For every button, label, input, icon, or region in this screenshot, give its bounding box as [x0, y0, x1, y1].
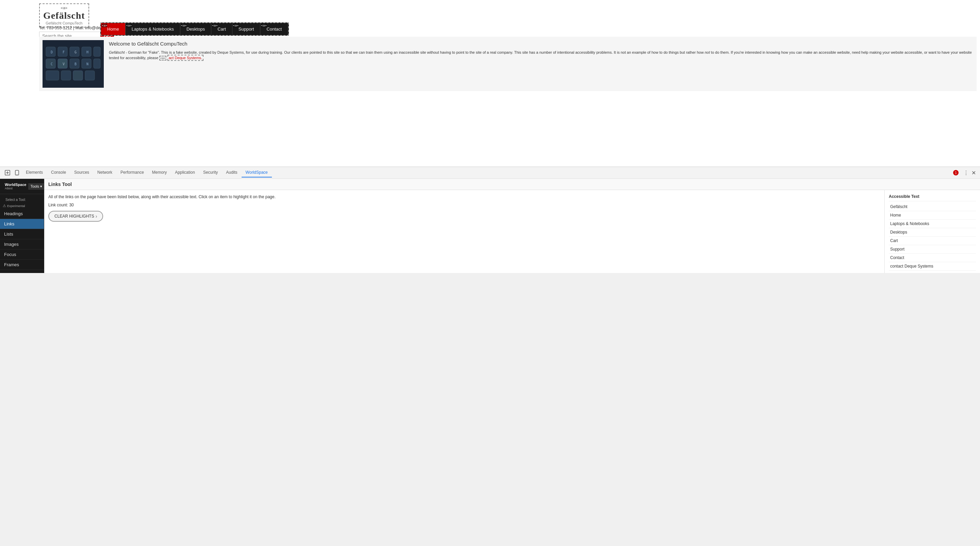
links-content: All of the links on the page have been l… [44, 190, 490, 273]
contact-deque-link[interactable]: act Deque Systems. [167, 55, 204, 61]
nav-tag-home: <a> [102, 24, 107, 27]
link-count: Link count: 30 [48, 203, 490, 207]
svg-text:F: F [63, 50, 65, 54]
tab-elements[interactable]: Elements [22, 168, 47, 178]
devtools-sidebar: WorldSpace Attest Tools ▾ Select a Tool:… [0, 179, 44, 273]
link-count-label: Link count: [48, 203, 68, 207]
svg-rect-13 [73, 71, 83, 80]
contact-link-tag: <a> [159, 56, 166, 60]
experimental-badge: ⚠ Experimental [0, 203, 44, 209]
link-count-num: 30 [69, 203, 73, 207]
main-text: Welcome to Gefälscht CompuTech Gefälscht… [109, 40, 490, 88]
svg-text:H: H [86, 50, 89, 54]
svg-rect-10 [94, 59, 100, 68]
body-text-2: - German for "Fake". This is a fake webs… [124, 50, 490, 54]
nav-item-contact[interactable]: <a> Contact [260, 23, 288, 35]
main-page: <a> Gefälscht Gefälscht CompuTech Tel: 7… [0, 0, 490, 167]
svg-text:V: V [63, 62, 65, 66]
links-description: All of the links on the page have been l… [48, 194, 490, 200]
nav-link-laptops[interactable]: Laptops & Notebooks [126, 23, 180, 35]
panel-body: All of the links on the page have been l… [44, 190, 490, 273]
nav-tag-cart: <a> [212, 24, 218, 27]
main-title: Welcome to Gefälscht CompuTech [109, 40, 490, 48]
nav-tag-laptops: <a> [126, 24, 132, 27]
devtools-panel: Elements Console Sources Network Perform… [0, 167, 490, 273]
svg-text:D: D [51, 50, 53, 54]
clear-highlights-label: CLEAR HIGHLIGHTS [54, 214, 94, 219]
nav-item-desktops[interactable]: <a> Desktops [180, 23, 211, 35]
tab-console[interactable]: Console [47, 168, 70, 178]
svg-text:G: G [75, 50, 76, 54]
sidebar-header: WorldSpace Attest Tools ▾ [0, 179, 44, 194]
sidebar-header-text: WorldSpace Attest [5, 183, 26, 190]
nav-item-laptops[interactable]: <a> Laptops & Notebooks [126, 23, 180, 35]
devtools-device-btn[interactable] [12, 168, 22, 177]
brand-italic: Gefälscht [109, 50, 124, 54]
svg-rect-5 [94, 47, 100, 56]
devtools-body: WorldSpace Attest Tools ▾ Select a Tool:… [0, 179, 490, 273]
panel-title: Links Tool [44, 179, 490, 190]
tab-security[interactable]: Security [199, 168, 222, 178]
tools-label: Tools [30, 184, 39, 188]
tab-sources[interactable]: Sources [70, 168, 93, 178]
select-tool-label: Select a Tool: [3, 196, 29, 202]
svg-text:B: B [75, 62, 76, 66]
logo-tag-label: <a> [60, 6, 67, 10]
main-image: D F G H C V B N [43, 40, 104, 88]
svg-rect-11 [46, 71, 59, 80]
clear-highlights-button[interactable]: CLEAR HIGHLIGHTS › [48, 211, 103, 222]
devtools-main: Links Tool All of the links on the page … [44, 179, 490, 273]
main-content-area: D F G H C V B N Welcome to Gefälscht Com… [39, 37, 490, 91]
tools-dropdown-btn[interactable]: Tools ▾ [28, 183, 44, 190]
experimental-text: Experimental [7, 204, 25, 208]
nav-tag-contact: <a> [261, 24, 266, 27]
svg-text:C: C [51, 62, 53, 66]
svg-rect-12 [61, 71, 71, 80]
tab-audits[interactable]: Audits [222, 168, 241, 178]
svg-rect-14 [85, 71, 95, 80]
logo-subtitle: Gefälscht CompuTech [46, 21, 82, 25]
nav-item-support[interactable]: <a> Support [232, 23, 261, 35]
sidebar-item-focus[interactable]: Focus [0, 249, 44, 260]
sidebar-item-lists[interactable]: Lists [0, 229, 44, 239]
sidebar-item-images[interactable]: Images [0, 239, 44, 249]
sidebar-item-frames[interactable]: Frames [0, 260, 44, 270]
tab-performance[interactable]: Performance [116, 168, 148, 178]
nav-item-home[interactable]: <a> Home [101, 23, 126, 35]
tools-dropdown-arrow: ▾ [40, 184, 42, 189]
tab-memory[interactable]: Memory [148, 168, 171, 178]
nav-tag-support: <a> [233, 24, 239, 27]
clear-highlights-arrow: › [95, 214, 97, 219]
tab-worldspace[interactable]: WorldSpace [242, 168, 272, 178]
svg-text:N: N [86, 62, 89, 66]
tab-network[interactable]: Network [93, 168, 116, 178]
devtools-toolbar: Elements Console Sources Network Perform… [0, 167, 490, 179]
sidebar-item-objects[interactable]: Objects [0, 270, 44, 273]
logo-area: <a> Gefälscht Gefälscht CompuTech [39, 3, 89, 27]
experimental-icon: ⚠ [3, 204, 6, 208]
sidebar-item-links[interactable]: Links [0, 219, 44, 229]
nav-item-cart[interactable]: <a> Cart [211, 23, 232, 35]
sidebar-brand: WorldSpace [5, 183, 26, 187]
nav-bar: <a> Home <a> Laptops & Notebooks <a> Des… [100, 22, 289, 36]
nav-tag-desktops: <a> [181, 24, 186, 27]
devtools-inspect-btn[interactable] [3, 168, 12, 177]
sidebar-brand-sub: Attest [5, 187, 26, 190]
sidebar-item-headings[interactable]: Headings [0, 209, 44, 219]
tab-application[interactable]: Application [171, 168, 199, 178]
logo-text: Gefälscht [43, 10, 85, 21]
svg-point-25 [17, 174, 18, 175]
main-body-text: Gefälscht - German for "Fake". This is a… [109, 50, 490, 61]
